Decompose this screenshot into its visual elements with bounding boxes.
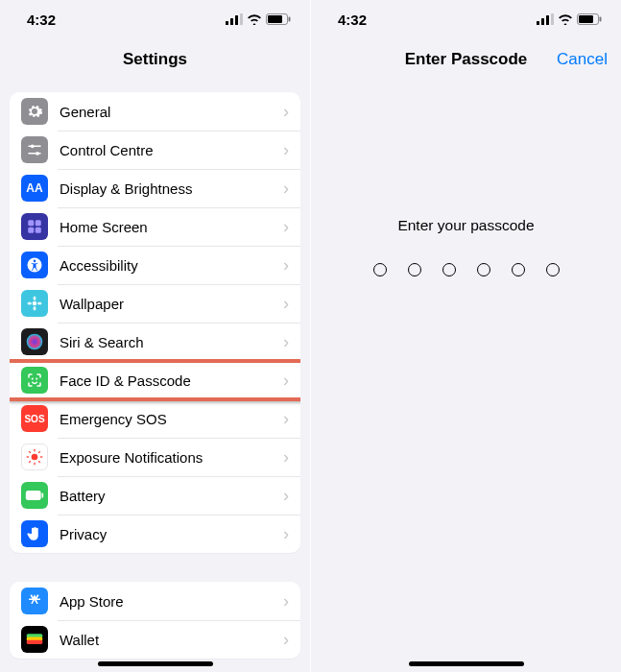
settings-title: Settings [0,38,310,83]
svg-rect-34 [26,491,41,500]
chevron-right-icon: › [283,524,289,544]
gear-icon [21,98,48,125]
svg-rect-0 [226,21,228,25]
accessibility-icon [21,252,48,278]
settings-row-emergency-sos[interactable]: SOSEmergency SOS› [10,399,300,438]
status-time: 4:32 [338,12,367,28]
settings-row-accessibility[interactable]: Accessibility› [10,246,300,284]
home-indicator [409,661,524,666]
svg-point-18 [34,297,36,301]
home-indicator [98,661,213,666]
row-label: App Store [60,593,283,610]
hand-icon [21,520,48,547]
svg-point-25 [32,454,38,461]
battery-icon [21,482,48,509]
passcode-header: Enter Passcode Cancel [311,38,621,83]
settings-row-home-screen[interactable]: Home Screen› [10,207,300,246]
siri-icon [21,328,48,355]
row-label: Control Centre [60,142,283,158]
settings-list: General›Control Centre›AADisplay & Brigh… [0,83,310,659]
passcode-dot [408,263,421,276]
svg-line-33 [29,461,31,463]
row-label: Wallpaper [60,296,283,312]
settings-group-2: App Store›Wallet› [10,582,300,659]
row-label: General [60,104,283,120]
settings-row-privacy[interactable]: Privacy› [10,515,300,553]
cellular-icon [537,13,554,25]
svg-rect-2 [235,15,238,25]
row-label: Battery [60,488,283,504]
svg-point-8 [31,144,35,148]
svg-point-23 [32,378,33,379]
settings-row-siri-search[interactable]: Siri & Search› [10,323,300,361]
settings-row-control-centre[interactable]: Control Centre› [10,131,300,169]
svg-rect-3 [240,13,243,25]
svg-rect-12 [36,220,41,226]
row-label: Wallet [60,632,283,648]
svg-point-19 [34,306,36,311]
svg-point-16 [34,260,36,263]
cancel-button[interactable]: Cancel [557,50,608,69]
passcode-dot [442,263,456,276]
chevron-right-icon: › [283,294,289,314]
svg-rect-41 [546,15,549,25]
sliders-icon [21,136,48,163]
svg-rect-11 [28,220,34,226]
svg-point-20 [28,302,33,305]
svg-rect-6 [289,17,291,22]
passcode-prompt: Enter your passcode [311,217,621,234]
chevron-right-icon: › [283,447,289,468]
passcode-title: Enter Passcode [405,50,528,69]
settings-row-face-id-passcode[interactable]: Face ID & Passcode› [10,361,300,399]
row-label: Privacy [60,526,283,542]
svg-rect-39 [537,21,539,25]
svg-rect-42 [551,13,554,25]
svg-rect-44 [579,15,593,23]
settings-row-wallet[interactable]: Wallet› [10,620,300,659]
SOS-icon: SOS [21,405,48,432]
settings-group-1: General›Control Centre›AADisplay & Brigh… [10,92,300,553]
status-bar: 4:32 [0,0,310,38]
svg-rect-14 [36,228,41,233]
passcode-dot [512,263,525,276]
svg-rect-13 [28,228,34,233]
svg-rect-7 [28,146,41,148]
svg-rect-40 [541,18,544,25]
cellular-icon [226,13,243,25]
svg-point-17 [33,301,37,306]
passcode-screen: 4:32 Enter Passcode Cancel Enter your pa… [311,0,621,672]
AA-icon: AA [21,175,48,202]
settings-row-battery[interactable]: Battery› [10,476,300,515]
chevron-right-icon: › [283,630,289,650]
settings-screen: 4:32 Settings General›Control Centre›AAD… [0,0,310,672]
settings-row-general[interactable]: General› [10,92,300,131]
settings-row-wallpaper[interactable]: Wallpaper› [10,284,300,323]
settings-row-app-store[interactable]: App Store› [10,582,300,620]
exposure-icon [21,444,48,470]
appstore-icon [21,588,48,614]
row-label: Home Screen [60,219,283,235]
chevron-right-icon: › [283,102,289,122]
settings-row-exposure-notifications[interactable]: Exposure Notifications› [10,438,300,476]
passcode-body: Enter your passcode [311,83,621,276]
passcode-dots[interactable] [311,263,621,276]
row-label: Siri & Search [60,334,283,350]
svg-line-31 [38,461,40,463]
svg-rect-1 [230,18,233,25]
settings-row-display-brightness[interactable]: AADisplay & Brightness› [10,169,300,207]
row-label: Display & Brightness [60,180,283,197]
wifi-icon [558,13,573,25]
chevron-right-icon: › [283,371,289,391]
chevron-right-icon: › [283,217,289,237]
row-label: Emergency SOS [60,411,283,427]
face-icon [21,367,48,394]
svg-rect-5 [268,15,282,23]
svg-point-22 [27,334,43,350]
svg-point-24 [36,378,37,379]
passcode-dot [477,263,490,276]
battery-icon [266,13,291,25]
status-time: 4:32 [27,12,56,28]
battery-icon [577,13,602,25]
status-icons [537,13,602,25]
passcode-dot [546,263,560,276]
